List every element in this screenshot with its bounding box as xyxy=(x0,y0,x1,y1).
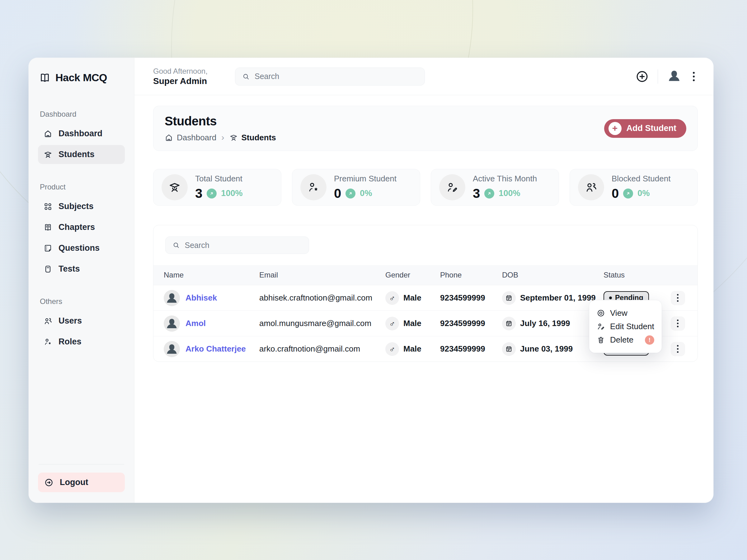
sidebar-item-dashboard[interactable]: Dashboard xyxy=(38,124,125,143)
stat-value: 0 xyxy=(612,186,619,201)
student-name-link[interactable]: Arko Chatterjee xyxy=(185,344,246,354)
student-dob: July 16, 1999 xyxy=(520,319,570,328)
student-dob: June 03, 1999 xyxy=(520,344,573,354)
global-search xyxy=(235,68,425,85)
column-header-name: Name xyxy=(164,271,259,279)
sidebar-item-label: Users xyxy=(58,316,82,326)
sidebar-item-questions[interactable]: Questions xyxy=(38,239,125,258)
sidebar-item-label: Students xyxy=(58,150,95,159)
stat-delta: 100% xyxy=(499,189,520,198)
student-phone: 9234599999 xyxy=(440,319,502,328)
column-header-phone: Phone xyxy=(440,271,502,279)
add-student-label: Add Student xyxy=(626,124,676,133)
sidebar-item-label: Chapters xyxy=(58,222,95,232)
sidebar-item-roles[interactable]: Roles xyxy=(38,332,125,351)
logout-icon xyxy=(44,478,54,487)
graduate-icon xyxy=(161,174,188,201)
sidebar: Hack MCQ Dashboard Dashboard Students Pr… xyxy=(29,58,134,503)
add-student-button[interactable]: + Add Student xyxy=(604,119,686,138)
sidebar-item-chapters[interactable]: Chapters xyxy=(38,218,125,237)
stat-label: Active This Month xyxy=(473,174,537,184)
main-area: Good Afternoon, Super Admin xyxy=(134,58,713,503)
column-header-email: Email xyxy=(259,271,385,279)
sidebar-item-label: Tests xyxy=(58,264,80,274)
page-header-card: Students Dashboard › Students + Add Stud… xyxy=(153,106,698,151)
logout-label: Logout xyxy=(60,478,88,487)
row-actions-button[interactable] xyxy=(671,291,685,305)
topbar: Good Afternoon, Super Admin xyxy=(134,58,713,95)
person-x-icon xyxy=(578,174,604,201)
topbar-menu-button[interactable] xyxy=(690,70,697,84)
search-icon xyxy=(242,73,250,81)
table-search-input[interactable] xyxy=(185,241,302,250)
row-actions-button[interactable] xyxy=(671,342,685,356)
student-gender: Male xyxy=(403,319,421,328)
trash-icon xyxy=(597,336,605,344)
sidebar-item-label: Subjects xyxy=(58,202,94,211)
grid-icon xyxy=(44,202,52,211)
trend-up-icon xyxy=(623,189,633,198)
menu-item-edit-student[interactable]: Edit Student xyxy=(596,320,655,333)
student-phone: 9234599999 xyxy=(440,344,502,354)
row-actions-button[interactable] xyxy=(671,316,685,331)
calendar-icon xyxy=(502,342,516,356)
row-context-menu: View Edit Student Delete ! xyxy=(589,300,662,353)
logout-button[interactable]: Logout xyxy=(38,473,125,492)
status-dot-icon xyxy=(609,296,612,299)
book-logo-icon xyxy=(39,72,50,83)
person-check-icon xyxy=(439,174,465,201)
calendar-icon xyxy=(502,291,516,305)
search-icon xyxy=(173,241,180,249)
sidebar-item-users[interactable]: Users xyxy=(38,312,125,330)
student-avatar xyxy=(164,341,180,357)
male-icon: ♂ xyxy=(385,291,399,305)
student-avatar xyxy=(164,316,180,331)
sidebar-item-label: Dashboard xyxy=(58,129,102,138)
student-email: arko.craftnotion@gmail.com xyxy=(259,344,385,354)
stat-delta: 0% xyxy=(638,189,650,198)
topbar-actions xyxy=(635,69,697,84)
trend-up-icon xyxy=(207,189,216,198)
sidebar-item-tests[interactable]: Tests xyxy=(38,260,125,278)
sidebar-section-others: Others xyxy=(40,297,125,306)
stat-label: Blocked Student xyxy=(612,174,670,184)
user-avatar[interactable] xyxy=(667,69,681,84)
breadcrumb-dashboard[interactable]: Dashboard xyxy=(177,133,216,142)
menu-item-view[interactable]: View xyxy=(596,306,655,320)
trend-up-icon xyxy=(484,189,494,198)
stat-card-premium-student: Premium Student 0 0% xyxy=(292,169,420,206)
edit-person-icon xyxy=(597,322,605,331)
add-quick-button[interactable] xyxy=(635,70,649,83)
plus-circle-icon xyxy=(635,70,649,83)
sidebar-item-students[interactable]: Students xyxy=(38,145,125,164)
student-name-link[interactable]: Abhisek xyxy=(185,293,217,303)
global-search-input[interactable] xyxy=(255,72,418,81)
avatar-icon xyxy=(165,291,179,306)
page-header-left: Students Dashboard › Students xyxy=(165,114,276,142)
stats-row: Total Student 3 100% Premium Student 0 xyxy=(153,169,698,206)
sidebar-item-label: Questions xyxy=(58,243,100,253)
sidebar-section-dashboard: Dashboard xyxy=(40,110,125,118)
table-header: Name Email Gender Phone DOB Status xyxy=(153,265,697,285)
stat-delta: 0% xyxy=(360,189,372,198)
app-name: Hack MCQ xyxy=(55,72,107,84)
stat-value: 3 xyxy=(195,186,202,201)
sidebar-item-subjects[interactable]: Subjects xyxy=(38,197,125,216)
stat-card-total-student: Total Student 3 100% xyxy=(153,169,281,206)
chevron-right-icon: › xyxy=(221,133,224,142)
male-icon: ♂ xyxy=(385,317,399,330)
breadcrumb-current: Students xyxy=(241,133,276,142)
stat-value: 0 xyxy=(334,186,341,201)
sidebar-divider xyxy=(38,464,124,464)
table-search xyxy=(165,236,309,254)
trend-up-icon xyxy=(345,189,356,198)
student-name-link[interactable]: Amol xyxy=(185,319,206,328)
open-book-icon xyxy=(44,223,52,232)
graduate-icon xyxy=(44,150,52,159)
calendar-icon xyxy=(502,317,516,330)
avatar-icon xyxy=(165,342,179,357)
breadcrumb: Dashboard › Students xyxy=(165,133,276,142)
home-icon xyxy=(165,133,173,142)
menu-item-delete[interactable]: Delete ! xyxy=(596,333,655,347)
stat-label: Total Student xyxy=(195,174,242,184)
